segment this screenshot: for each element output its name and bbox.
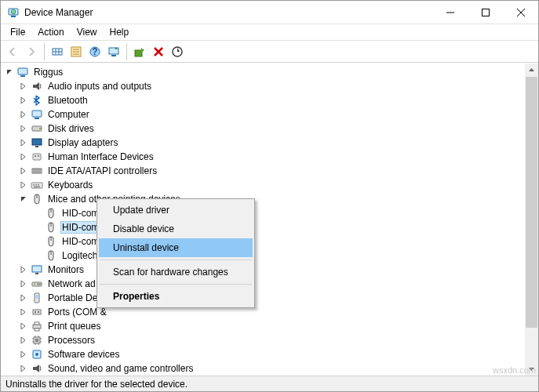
- expand-icon[interactable]: [18, 165, 29, 176]
- tree-category[interactable]: Processors: [4, 333, 525, 347]
- svg-text:?: ?: [92, 46, 97, 57]
- properties-button[interactable]: [67, 43, 85, 60]
- menu-file[interactable]: File: [4, 25, 31, 39]
- svg-rect-1: [11, 16, 16, 17]
- minimize-button[interactable]: [432, 1, 468, 24]
- toolbar-separator: [44, 43, 45, 60]
- expand-icon[interactable]: [18, 180, 29, 191]
- tree-item-label: Disk drives: [46, 123, 96, 134]
- close-button[interactable]: [503, 1, 538, 24]
- expand-icon[interactable]: [18, 292, 29, 303]
- menu-properties[interactable]: Properties: [99, 287, 253, 306]
- scroll-thumb[interactable]: [526, 77, 537, 328]
- menu-help[interactable]: Help: [104, 25, 136, 39]
- expand-icon[interactable]: [18, 123, 29, 134]
- tree-category[interactable]: Network ad: [4, 277, 525, 291]
- svg-point-76: [35, 353, 38, 356]
- vertical-scrollbar[interactable]: [525, 64, 538, 376]
- keyboard-icon: [31, 179, 43, 191]
- tree-device[interactable]: HID-compliant mouse: [4, 206, 525, 220]
- expand-icon[interactable]: [18, 95, 29, 106]
- svg-rect-32: [35, 146, 38, 147]
- menubar: File Action View Help: [1, 24, 538, 41]
- expand-icon[interactable]: [18, 151, 29, 162]
- svg-rect-53: [35, 273, 38, 274]
- tree-category[interactable]: Disk drives: [4, 122, 525, 136]
- tree-category[interactable]: Bluetooth: [4, 93, 525, 107]
- svg-rect-52: [32, 266, 42, 272]
- tree-category[interactable]: Print queues: [4, 319, 525, 333]
- scan-button[interactable]: [105, 43, 122, 60]
- scroll-track[interactable]: [525, 77, 538, 362]
- svg-rect-44: [35, 184, 37, 186]
- help-button[interactable]: ?: [86, 43, 104, 60]
- tree-category[interactable]: Mice and other pointing devices: [4, 192, 525, 206]
- disk-icon: [31, 122, 43, 135]
- tree-category[interactable]: Software devices: [4, 347, 525, 361]
- tree-item-label: HID-com: [60, 236, 100, 247]
- expand-icon[interactable]: [18, 109, 29, 120]
- expand-icon[interactable]: [18, 349, 29, 360]
- tree-category[interactable]: Sound, video and game controllers: [4, 361, 525, 376]
- menu-disable-device[interactable]: Disable device: [99, 220, 253, 238]
- tree-category[interactable]: Human Interface Devices: [4, 150, 525, 164]
- expand-icon[interactable]: [18, 335, 29, 346]
- expand-icon[interactable]: [18, 137, 29, 148]
- expand-icon[interactable]: [18, 81, 29, 92]
- tree-category[interactable]: Display adapters: [4, 136, 525, 150]
- tree-device[interactable]: HID-com: [4, 234, 525, 249]
- tree-category[interactable]: Computer: [4, 107, 525, 122]
- tree-item-label: Monitors: [46, 264, 86, 275]
- menu-scan-hardware[interactable]: Scan for hardware changes: [99, 263, 253, 281]
- maximize-button[interactable]: [468, 1, 503, 24]
- uninstall-button[interactable]: [150, 43, 167, 60]
- update-driver-button[interactable]: [131, 43, 148, 60]
- tree-item-label: Sound, video and game controllers: [46, 363, 195, 374]
- scroll-down-button[interactable]: [525, 362, 538, 376]
- svg-rect-35: [38, 155, 39, 157]
- twisty-spacer: [32, 208, 43, 219]
- scroll-up-button[interactable]: [525, 64, 538, 77]
- tree-category[interactable]: Keyboards: [4, 178, 525, 192]
- svg-rect-56: [37, 284, 41, 285]
- tree-category[interactable]: Audio inputs and outputs: [4, 79, 525, 93]
- expand-icon[interactable]: [18, 363, 29, 374]
- hid-icon: [31, 151, 43, 163]
- menu-uninstall-device[interactable]: Uninstall device: [99, 238, 253, 257]
- tree-device[interactable]: Logitech: [4, 249, 525, 263]
- svg-rect-43: [33, 184, 35, 186]
- mouse-icon: [45, 207, 57, 220]
- svg-rect-34: [35, 155, 36, 157]
- menu-divider: [100, 260, 252, 260]
- forward-button[interactable]: [23, 43, 40, 60]
- expand-icon[interactable]: [4, 67, 15, 78]
- menu-divider: [100, 284, 252, 285]
- show-hidden-button[interactable]: [49, 43, 66, 60]
- mouse-icon: [31, 193, 43, 205]
- disable-button[interactable]: [169, 43, 186, 60]
- menu-view[interactable]: View: [71, 25, 104, 39]
- tree-category[interactable]: IDE ATA/ATAPI controllers: [4, 164, 525, 178]
- tree-category[interactable]: Portable Dev: [4, 291, 525, 305]
- tree-item-label: Ports (COM &: [46, 307, 108, 318]
- expand-icon[interactable]: [18, 278, 29, 289]
- device-tree-pane: RiggusAudio inputs and outputsBluetoothC…: [1, 64, 538, 376]
- tree-root[interactable]: Riggus: [4, 65, 525, 79]
- expand-icon[interactable]: [18, 307, 29, 318]
- expand-icon[interactable]: [18, 264, 29, 275]
- window-controls: [432, 1, 538, 24]
- tree-device[interactable]: HID-com: [4, 220, 525, 234]
- menu-action[interactable]: Action: [31, 25, 70, 39]
- device-tree[interactable]: RiggusAudio inputs and outputsBluetoothC…: [1, 64, 525, 376]
- back-button[interactable]: [4, 43, 21, 60]
- tree-category[interactable]: Monitors: [4, 263, 525, 277]
- tree-category[interactable]: Ports (COM &: [4, 305, 525, 319]
- sound-icon: [31, 362, 43, 375]
- expand-icon[interactable]: [18, 194, 29, 205]
- svg-rect-26: [33, 85, 36, 88]
- svg-point-30: [39, 128, 41, 129]
- tree-item-label: Processors: [46, 335, 97, 346]
- computer-icon: [31, 108, 43, 121]
- expand-icon[interactable]: [18, 321, 29, 332]
- menu-update-driver[interactable]: Update driver: [99, 201, 253, 220]
